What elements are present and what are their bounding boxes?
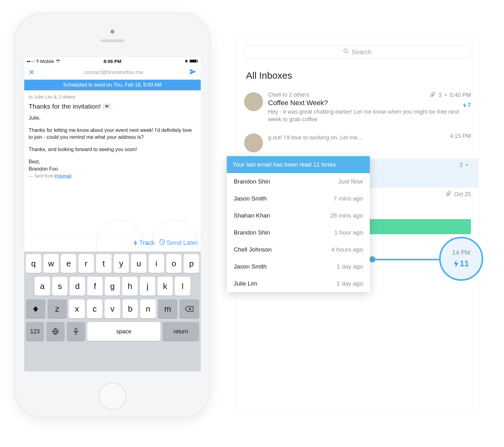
key-b[interactable]: b <box>123 299 138 318</box>
home-button[interactable] <box>99 382 126 410</box>
close-button[interactable]: ✕ <box>29 68 38 76</box>
key-u[interactable]: u <box>131 254 146 273</box>
from-address[interactable]: contact@brandonfoo.me <box>38 69 189 76</box>
svg-rect-1 <box>190 60 196 62</box>
popover-row[interactable]: Shahan Khan 28 mins ago <box>227 207 370 224</box>
key-j[interactable]: j <box>140 277 155 296</box>
body-para2: Thanks, and looking forward to seeing yo… <box>29 146 196 153</box>
to-field[interactable]: to Julie Lim & 2 others <box>24 90 201 101</box>
popover-row[interactable]: Chell Johnson 4 hours ago <box>227 241 370 258</box>
return-key[interactable]: return <box>163 322 199 341</box>
compose-header: ✕ contact@brandonfoo.me <box>24 65 201 80</box>
ring-time-fragment: 14 PM <box>452 249 470 256</box>
reader-name: Jason Smith <box>234 263 267 270</box>
track-label: Track <box>139 239 155 246</box>
key-h[interactable]: h <box>122 277 138 296</box>
reader-name: Julie Lim <box>234 280 257 287</box>
reader-name: Brandon Shin <box>234 229 270 236</box>
reader-name: Chell Johnson <box>234 246 272 253</box>
key-w[interactable]: w <box>43 254 59 273</box>
popover-title: Your last email has been read 11 times. <box>227 156 370 173</box>
thread-meta: 3• 5:40 PM <box>430 92 471 99</box>
popover-row[interactable]: Jason Smith 7 mins ago <box>227 190 370 207</box>
key-o[interactable]: o <box>166 254 182 273</box>
thread-read-count: 7 <box>463 102 471 109</box>
thread-row[interactable]: g out! I'd love to working on. Let me… 4… <box>237 130 478 159</box>
phone-camera <box>111 30 115 34</box>
reader-name: Brandon Shin <box>234 178 270 185</box>
ios-keyboard[interactable]: qwertyuiop asdfghjkl zxcvbnm 123 <box>24 252 201 371</box>
thread-time: 4:15 PM <box>450 133 471 139</box>
key-q[interactable]: q <box>26 254 41 273</box>
phone-speaker <box>100 39 124 42</box>
key-i[interactable]: i <box>149 254 164 273</box>
shift-key[interactable] <box>26 299 45 318</box>
send-button[interactable] <box>189 68 196 76</box>
body-para1: Thanks for letting me know about your ev… <box>29 127 196 141</box>
svg-rect-2 <box>197 60 198 62</box>
reader-name: Shahan Khan <box>234 212 270 219</box>
key-p[interactable]: p <box>184 254 199 273</box>
popover-row[interactable]: Brandon Shin 1 hour ago <box>227 224 370 241</box>
reader-name: Jason Smith <box>234 195 267 202</box>
key-g[interactable]: g <box>105 277 120 296</box>
key-e[interactable]: e <box>61 254 76 273</box>
mic-key[interactable] <box>67 322 85 341</box>
popover-row[interactable]: Jason Smith 1 day ago <box>227 258 370 275</box>
keyboard-row: asdfghjkl <box>26 277 199 296</box>
signoff-2: Brandon Foo <box>29 166 58 172</box>
popover-row[interactable]: Julie Lim 1 day ago <box>227 275 370 292</box>
phone-screen: ●●○○○ T-Mobile 8:06 PM ✱ ✕ contact@brand… <box>24 57 201 371</box>
key-r[interactable]: r <box>78 254 94 273</box>
key-y[interactable]: y <box>114 254 129 273</box>
subject-field[interactable]: Thanks for the invitation! 💌 <box>24 101 201 115</box>
compose-body[interactable]: Julie, Thanks for letting me know about … <box>24 115 201 179</box>
key-a[interactable]: a <box>35 277 50 296</box>
key-k[interactable]: k <box>158 277 173 296</box>
svg-point-6 <box>344 49 347 52</box>
read-time: 28 mins ago <box>330 212 363 219</box>
thread-preview: Hey - it was great chatting earlier! Let… <box>268 108 471 123</box>
signature-link[interactable]: Polymail <box>54 173 71 178</box>
key-n[interactable]: n <box>140 299 156 318</box>
lightning-icon <box>454 260 459 268</box>
key-f[interactable]: f <box>87 277 103 296</box>
track-button[interactable]: Track <box>133 239 155 246</box>
thread-time: 5:40 PM <box>450 92 471 99</box>
inbox-title: All Inboxes <box>237 63 478 88</box>
thread-count: 3 <box>438 92 442 99</box>
status-bar: ●●○○○ T-Mobile 8:06 PM ✱ <box>24 57 201 65</box>
space-key[interactable]: space <box>87 322 160 341</box>
key-z[interactable]: z <box>48 299 67 318</box>
thread-time: Oct 25 <box>454 191 471 198</box>
key-x[interactable]: x <box>69 299 84 318</box>
keyboard-row: 123 space return <box>26 322 199 341</box>
key-d[interactable]: d <box>70 277 85 296</box>
thread-preview: g out! I'd love to working on. Let me… <box>268 134 471 141</box>
popover-row[interactable]: Brandon Shin Just Now <box>227 173 370 190</box>
carrier-label: T-Mobile <box>36 59 54 64</box>
battery-icon <box>189 59 198 63</box>
wifi-icon <box>55 59 60 63</box>
status-time: 8:06 PM <box>84 59 141 64</box>
ring-count: 11 <box>460 259 469 269</box>
numbers-key[interactable]: 123 <box>26 322 44 341</box>
read-time: 4 hours ago <box>331 246 363 253</box>
read-time: 1 hour ago <box>334 229 363 236</box>
backspace-key[interactable] <box>180 299 199 318</box>
key-m[interactable]: m <box>158 299 178 318</box>
key-l[interactable]: l <box>175 277 190 296</box>
key-t[interactable]: t <box>96 254 112 273</box>
read-time: 7 mins ago <box>334 195 363 202</box>
iphone-frame: ●●○○○ T-Mobile 8:06 PM ✱ ✕ contact@brand… <box>14 13 210 418</box>
globe-key[interactable] <box>46 322 65 341</box>
key-v[interactable]: v <box>105 299 120 318</box>
search-input[interactable]: Search <box>244 45 471 59</box>
schedule-banner[interactable]: Scheduled to send on Thu, Feb 18, 9:00 A… <box>24 80 201 90</box>
svg-rect-5 <box>75 328 77 332</box>
key-c[interactable]: c <box>87 299 102 318</box>
signoff-1: Best, <box>29 159 40 164</box>
send-later-button[interactable]: Send Later <box>159 239 198 247</box>
key-s[interactable]: s <box>52 277 68 296</box>
thread-row[interactable]: Chell to 2 others Coffee Next Week? Hey … <box>237 88 478 130</box>
